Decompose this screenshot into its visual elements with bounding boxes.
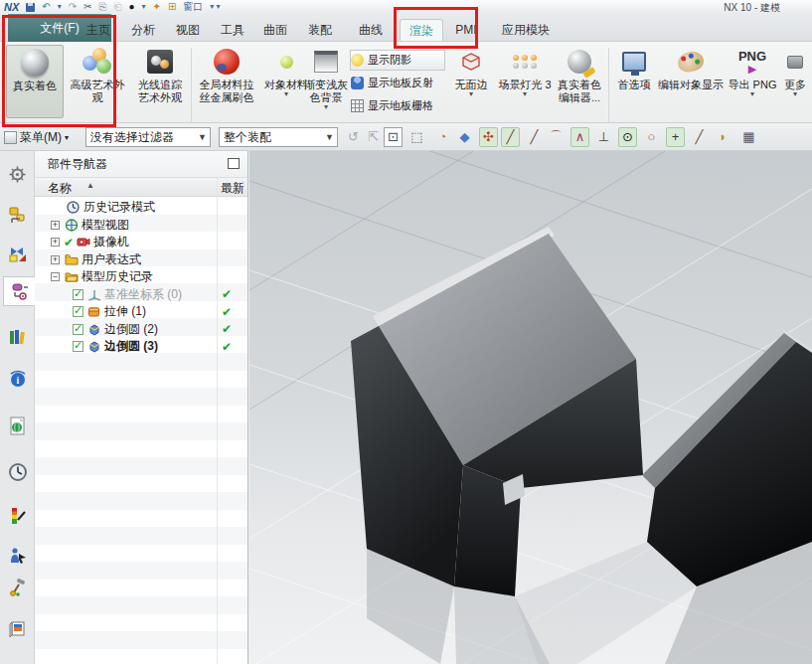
checkbox-checked-icon[interactable]	[73, 306, 83, 317]
redo-icon[interactable]: ↷	[69, 1, 77, 13]
part-navigator-panel: 部件导航器 名称 ▲ 最新 历史记录模式 + 模型视图 + ✔ 摄像机 + 用户…	[35, 151, 248, 664]
show-floor-grid-toggle[interactable]: 显示地板栅格	[350, 95, 445, 116]
expand-icon[interactable]: +	[51, 238, 60, 247]
latest-check-icon: ✔	[222, 322, 232, 336]
navigator-column-header[interactable]: 名称 ▲ 最新	[35, 178, 247, 197]
snap-grid-icon[interactable]: ▦	[739, 127, 758, 147]
part-navigator-icon[interactable]	[3, 276, 35, 306]
snap-point-icon[interactable]: ✣	[479, 127, 498, 147]
global-material-button[interactable]: 全局材料拉 丝金属刷色	[196, 45, 257, 118]
undo-dropdown-icon[interactable]: ▾	[58, 1, 62, 13]
window-icon[interactable]: ⊞	[168, 1, 176, 13]
cut-icon[interactable]: ✂	[83, 1, 91, 13]
snap-circle-icon[interactable]: ○	[642, 127, 661, 147]
hd3d-tools-icon[interactable]	[3, 501, 32, 531]
tab-pmi[interactable]: PMI	[449, 19, 483, 41]
tab-home[interactable]: 主页	[81, 19, 116, 41]
preferences-button[interactable]: 首选项	[612, 45, 656, 118]
roles-icon[interactable]	[3, 614, 32, 644]
edit-object-display-button[interactable]: 编辑对象显示	[656, 45, 726, 118]
interior-select-icon[interactable]: ⇱	[364, 127, 383, 147]
expand-icon[interactable]: +	[51, 255, 60, 264]
checkbox-checked-icon[interactable]	[73, 341, 83, 352]
advanced-art-button[interactable]: 高级艺术外观	[66, 45, 129, 118]
datum-csys-icon	[87, 288, 101, 301]
shading-editor-button[interactable]: 真实着色 编辑器...	[553, 45, 606, 118]
tree-row-model-views[interactable]: + 模型视图	[35, 217, 247, 235]
snap-center-icon[interactable]: ⊙	[618, 127, 637, 147]
copy-icon[interactable]: ⎘	[98, 1, 106, 13]
selection-dropdown-icon[interactable]: ⊡	[384, 127, 403, 147]
tree-row-user-expressions[interactable]: + 用户表达式	[35, 251, 247, 269]
selection-filter-select[interactable]: 没有选择过滤器▼	[85, 127, 211, 147]
raytrace-art-button[interactable]: 光线追踪 艺术外观	[131, 45, 189, 118]
snap-face-icon[interactable]: ◗	[714, 127, 732, 147]
column-name[interactable]: 名称	[48, 180, 72, 197]
true-shading-button[interactable]: 真实着色	[6, 45, 64, 118]
tab-tools[interactable]: 工具	[215, 19, 250, 41]
window-dropdown-icon[interactable]: ▾ ▾	[210, 1, 220, 13]
edge-blend-icon	[87, 340, 101, 353]
selection-scope-select[interactable]: 整个装配▼	[219, 127, 338, 147]
png-text-icon: PNG	[738, 50, 766, 64]
internet-assistant-icon[interactable]: i	[3, 364, 32, 394]
snap-endpoint-icon[interactable]: ╱	[501, 127, 520, 147]
collapse-icon[interactable]: −	[51, 272, 60, 281]
panel-maximize-icon[interactable]	[228, 158, 240, 169]
roller-gear-icon[interactable]	[3, 159, 32, 189]
open-folder-icon	[65, 270, 79, 283]
tab-curve[interactable]: 曲线	[353, 19, 389, 41]
tree-row-history-mode[interactable]: 历史记录模式	[35, 199, 247, 217]
history-icon[interactable]	[3, 457, 32, 487]
graphics-viewport[interactable]	[249, 151, 812, 664]
sphere-display-icon[interactable]: ●	[128, 1, 134, 13]
tab-view[interactable]: 视图	[170, 19, 206, 41]
snap-line-icon[interactable]: ╱	[690, 127, 709, 147]
gradient-bg-button[interactable]: 渐变浅灰 色背景	[300, 45, 352, 118]
checkbox-checked-icon[interactable]	[73, 324, 83, 335]
tree-row-edge-blend-3[interactable]: 边倒圆 (3) ✔	[35, 338, 247, 356]
window-menu[interactable]: 窗口	[183, 1, 203, 13]
tree-row-model-history[interactable]: − 模型历史记录	[35, 268, 247, 286]
expand-icon[interactable]: +	[51, 221, 60, 230]
constraint-navigator-icon[interactable]	[3, 239, 32, 268]
tree-row-edge-blend-2[interactable]: 边倒圆 (2) ✔	[35, 321, 247, 339]
preferences-monitor-icon	[622, 52, 646, 72]
sphere-dropdown-icon[interactable]: ▾	[142, 1, 146, 13]
solid-cube-icon[interactable]: ◆	[455, 127, 474, 147]
snap-midpoint-icon[interactable]: ╱	[525, 127, 544, 147]
reuse-library-icon[interactable]	[3, 322, 32, 352]
highlight-related-icon[interactable]: ↺	[344, 127, 363, 147]
tab-surface[interactable]: 曲面	[257, 19, 293, 41]
tree-row-datum-csys[interactable]: 基准坐标系 (0) ✔	[35, 286, 247, 304]
show-shadow-toggle[interactable]: 显示阴影	[350, 50, 445, 71]
tree-row-cameras[interactable]: + ✔ 摄像机	[35, 234, 247, 251]
assembly-navigator-icon[interactable]	[3, 201, 32, 231]
column-latest[interactable]: 最新	[221, 180, 244, 197]
more-button[interactable]: 更多	[781, 45, 809, 118]
paste-icon[interactable]: ⎗	[113, 1, 121, 13]
snap-intersection-icon[interactable]: +	[666, 127, 685, 147]
show-floor-reflection-toggle[interactable]: 显示地板反射	[350, 73, 445, 93]
visual-reports-icon[interactable]	[3, 541, 32, 571]
web-browser-icon[interactable]	[3, 412, 32, 441]
tab-application[interactable]: 应用模块	[495, 19, 557, 41]
scene-lights-button[interactable]: 场景灯光 3	[497, 45, 553, 118]
machining-wizard-icon[interactable]	[3, 573, 32, 602]
snap-curve-icon[interactable]: ⌒	[547, 127, 566, 147]
snap-perp-icon[interactable]: ⊥	[594, 127, 613, 147]
no-face-edge-button[interactable]: 无面边	[447, 45, 495, 118]
tab-render[interactable]: 渲染	[400, 19, 443, 41]
export-png-button[interactable]: PNG ▶ 导出 PNG	[726, 45, 779, 118]
tree-row-extrude[interactable]: 拉伸 (1) ✔	[35, 303, 247, 321]
save-icon[interactable]	[26, 3, 35, 12]
snap-pole-icon[interactable]: ∧	[570, 127, 589, 147]
checkbox-checked-icon[interactable]	[73, 289, 83, 300]
tab-assemblies[interactable]: 装配	[302, 19, 338, 41]
touch-mode-icon[interactable]: ✦	[153, 1, 161, 13]
menu-button[interactable]: 菜单(M) ▾	[4, 127, 69, 147]
wireframe-orient-icon[interactable]: ◔	[433, 127, 452, 147]
rect-select-icon[interactable]: ⬚	[407, 127, 426, 147]
tab-analysis[interactable]: 分析	[125, 19, 161, 41]
undo-icon[interactable]: ↶	[42, 1, 50, 13]
